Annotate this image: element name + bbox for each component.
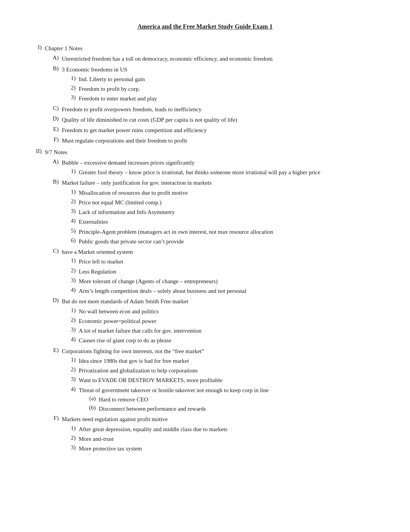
subsection-text: But do not meet standards of Adam Smith … xyxy=(62,297,379,306)
item-label: 2) xyxy=(68,317,76,326)
item-label: 2) xyxy=(68,198,76,207)
subsection-label: A) xyxy=(49,158,59,167)
item-text: More anti-trust xyxy=(79,435,379,444)
items-list: 1)Ind. Liberty to personal gain2)Freedom… xyxy=(68,75,379,104)
subsection-1: A)Unrestricted freedom has a toll on dem… xyxy=(49,54,379,63)
subsection-label: B) xyxy=(49,178,59,187)
subsection-5: E)Corporations fighting for own interest… xyxy=(49,347,379,414)
item-2: 2)Less Regulation xyxy=(68,267,379,276)
subsection-4: D)But do not meet standards of Adam Smit… xyxy=(49,297,379,345)
subsection-3: C)have a Market oriented system1)Price l… xyxy=(49,248,379,296)
item-label: 3) xyxy=(68,208,76,217)
items-list: 1)Price left to market2)Less Regulation3… xyxy=(68,257,379,296)
item-text: After great depression, equality and mid… xyxy=(79,425,379,434)
item-text: Misallocation of resources due to profit… xyxy=(79,189,379,197)
item-text: Principle-Agent problem (managers act in… xyxy=(79,228,379,236)
item-2: 2)More anti-trust xyxy=(68,435,379,444)
item-text: Want to EVADE OR DESTROY MARKETS, more p… xyxy=(79,376,379,385)
item-text: Externalities xyxy=(79,218,379,226)
page-container: America and the Free Market Study Guide … xyxy=(31,23,379,453)
subsection-label: C) xyxy=(49,248,59,257)
items-list: 1)Misallocation of resources due to prof… xyxy=(68,189,379,246)
item-label: 2) xyxy=(68,267,76,276)
item-label: 1) xyxy=(68,75,76,84)
item-5: 5)Principle-Agent problem (managers act … xyxy=(68,228,379,236)
item-text: Causes rise of giant corp to do as pleas… xyxy=(79,336,379,345)
item-label: 4) xyxy=(68,218,76,226)
item-label: 1) xyxy=(68,425,76,434)
item-4: 4)Threat of government takeover or hosti… xyxy=(68,386,379,414)
subitem-label: (a) xyxy=(86,395,96,404)
item-label: 4) xyxy=(68,386,76,395)
items-list: 1)After great depression, equality and m… xyxy=(68,425,379,454)
item-text: Price not equal MC (limited comp.) xyxy=(79,198,379,207)
item-label: 3) xyxy=(68,376,76,385)
item-text: Arm’s length competition deals – solely … xyxy=(79,287,379,296)
subsection-text: Freedom to get market power ruins compet… xyxy=(62,126,379,135)
item-text: A lot of market failure that calls for g… xyxy=(79,326,379,335)
item-text: Less Regulation xyxy=(79,267,379,276)
item-1: 1)Price left to market xyxy=(68,257,379,266)
item-label: 6) xyxy=(68,237,76,246)
section-label: I) xyxy=(31,44,42,53)
section-1: I)Chapter 1 NotesA)Unrestricted freedom … xyxy=(31,44,379,146)
item-4: 4)Arm’s length competition deals – solel… xyxy=(68,287,379,296)
subsection-4: D)Quality of life diminished to cut cost… xyxy=(49,116,379,124)
subsection-1: A)Bubble – excessive demand increases pr… xyxy=(49,158,379,177)
item-text: Idea since 1980s that gov is bad for fre… xyxy=(79,357,379,365)
subitem-text: Hard to remove CEO xyxy=(99,395,379,404)
items-list: 1)Idea since 1980s that gov is bad for f… xyxy=(68,357,379,414)
subsection-5: E)Freedom to get market power ruins comp… xyxy=(49,126,379,135)
item-label: 2) xyxy=(68,85,76,93)
item-1: 1)Ind. Liberty to personal gain xyxy=(68,75,379,84)
item-label: 3) xyxy=(68,277,76,286)
item-1: 1)Greater fool theory – know price is ir… xyxy=(68,168,379,177)
subsection-text: Unrestricted freedom has a toll on democ… xyxy=(62,54,379,63)
item-1: 1)Misallocation of resources due to prof… xyxy=(68,189,379,197)
item-3: 3)Freedom to enter market and play xyxy=(68,94,379,103)
item-2: 2)Economic power=political power xyxy=(68,317,379,326)
subsection-label: F) xyxy=(49,415,59,424)
subsection-label: A) xyxy=(49,54,59,63)
subsection-label: D) xyxy=(49,297,59,306)
item-3: 3)A lot of market failure that calls for… xyxy=(68,326,379,335)
subsection-text: Market failure – only justification for … xyxy=(62,178,379,187)
item-4: 4)Externalities xyxy=(68,218,379,226)
section-text: Chapter 1 Notes xyxy=(45,44,379,53)
item-1: 1)Idea since 1980s that gov is bad for f… xyxy=(68,357,379,365)
item-label: 3) xyxy=(68,326,76,335)
item-text: More protective tax system xyxy=(79,444,379,453)
item-label: 1) xyxy=(68,307,76,316)
subsection-2: B)3 Economic freedoms in US1)Ind. Libert… xyxy=(49,65,379,104)
item-1: 1)No wall between econ and politics xyxy=(68,307,379,316)
item-label: 1) xyxy=(68,257,76,266)
item-text: Price left to market xyxy=(79,257,379,266)
subsection-list: A)Unrestricted freedom has a toll on dem… xyxy=(49,54,379,145)
subsection-text: Markets need regulation against profit m… xyxy=(62,415,379,424)
item-label: 4) xyxy=(68,336,76,345)
main-outline: I)Chapter 1 NotesA)Unrestricted freedom … xyxy=(31,44,379,453)
item-6: 6)Public goods that private sector can’t… xyxy=(68,237,379,246)
item-3: 3)More tolerant of change (Agents of cha… xyxy=(68,277,379,286)
subsection-text: Bubble – excessive demand increases pric… xyxy=(62,158,379,167)
item-label: 4) xyxy=(68,287,76,296)
subsection-list: A)Bubble – excessive demand increases pr… xyxy=(49,158,379,454)
subitem-text: Disconnect between performance and rewar… xyxy=(99,405,379,413)
subsection-text: have a Market oriented system xyxy=(62,248,379,257)
item-text: Greater fool theory – know price is irra… xyxy=(79,168,379,177)
item-text: More tolerant of change (Agents of chang… xyxy=(79,277,379,286)
item-text: Threat of government takeover or hostile… xyxy=(79,386,379,395)
subitem-1: (a)Hard to remove CEO xyxy=(86,395,379,404)
subsection-label: B) xyxy=(49,65,59,74)
item-label: 3) xyxy=(68,94,76,103)
item-3: 3)Want to EVADE OR DESTROY MARKETS, more… xyxy=(68,376,379,385)
item-2: 2)Freedom to profit by corp. xyxy=(68,85,379,93)
subsection-label: F) xyxy=(49,136,59,145)
item-1: 1)After great depression, equality and m… xyxy=(68,425,379,434)
item-3: 3)More protective tax system xyxy=(68,444,379,453)
item-text: Ind. Liberty to personal gain xyxy=(79,75,379,84)
item-text: Privatization and globalization to help … xyxy=(79,366,379,375)
item-2: 2)Privatization and globalization to hel… xyxy=(68,366,379,375)
item-text: Freedom to profit by corp. xyxy=(79,85,379,93)
items-list: 1)No wall between econ and politics2)Eco… xyxy=(68,307,379,345)
